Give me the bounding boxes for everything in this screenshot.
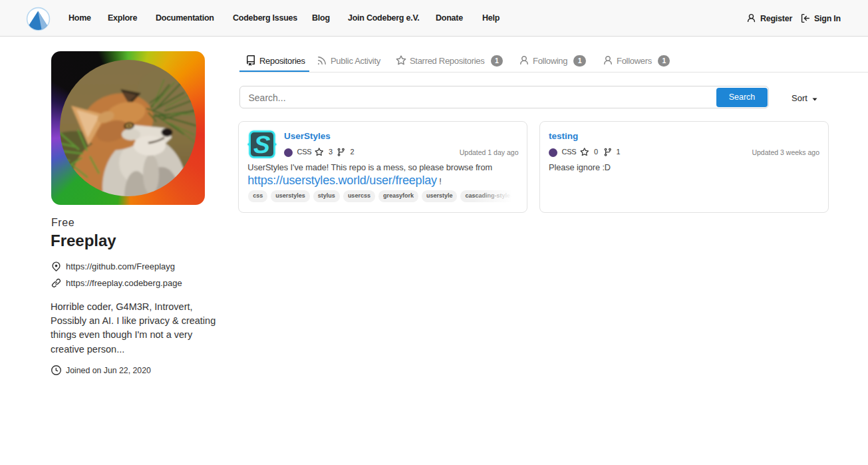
svg-text:S: S: [253, 130, 271, 158]
